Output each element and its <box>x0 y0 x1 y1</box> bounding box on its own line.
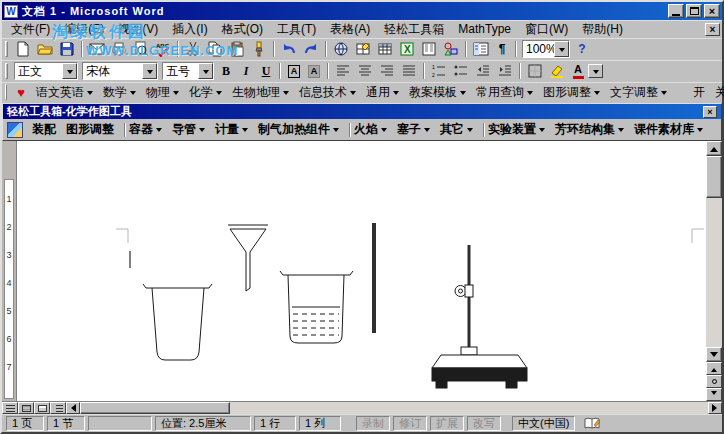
status-indicator[interactable]: 录制 <box>356 416 390 431</box>
insert-excel-button[interactable]: X <box>396 39 418 59</box>
status-indicator[interactable]: 改写 <box>467 416 501 431</box>
normal-view-button[interactable] <box>2 402 18 414</box>
status-indicator[interactable]: 修订 <box>393 416 427 431</box>
subject-button[interactable]: 生物地理 <box>227 83 294 101</box>
increase-indent-button[interactable] <box>494 61 516 81</box>
character-border-button[interactable]: A <box>284 61 304 81</box>
subject-button[interactable]: 文字调整 <box>605 83 672 101</box>
horizontal-scroll-track[interactable] <box>230 402 708 414</box>
minimize-button[interactable] <box>668 4 684 18</box>
toolbox-close-button[interactable]: × <box>703 106 717 118</box>
iron-stand-drawing[interactable] <box>432 245 527 388</box>
menu-item[interactable]: MathType <box>451 21 518 37</box>
toolbox-title-bar[interactable]: 轻松工具箱-化学作图工具 × <box>3 104 721 119</box>
status-indicator[interactable]: 扩展 <box>430 416 464 431</box>
print-layout-view-button[interactable] <box>34 402 50 414</box>
format-painter-button[interactable] <box>248 39 270 59</box>
menu-item[interactable]: 帮助(H) <box>575 20 630 39</box>
toolbar-drag-handle[interactable] <box>5 84 7 100</box>
toolbar-drag-handle[interactable] <box>5 41 8 57</box>
email-button[interactable] <box>86 39 108 59</box>
character-shading-button[interactable]: A <box>304 61 324 81</box>
subject-button[interactable]: 物理 <box>141 83 184 101</box>
toolbox-button[interactable]: 课件素材库 <box>629 121 708 139</box>
toolbox-button[interactable]: 计量 <box>210 121 253 139</box>
scroll-left-button[interactable] <box>66 402 80 414</box>
align-center-button[interactable] <box>354 61 376 81</box>
insert-hyperlink-button[interactable] <box>330 39 352 59</box>
chevron-down-icon[interactable] <box>62 63 77 79</box>
toolbox-button[interactable]: 装配 <box>27 121 61 139</box>
heart-icon-button[interactable]: ♥ <box>11 82 31 102</box>
toolbox-button[interactable]: 芳环结构集 <box>550 121 629 139</box>
subject-button[interactable]: 开 <box>688 83 710 101</box>
beaker-drawing[interactable] <box>143 284 212 360</box>
vertical-scroll-track[interactable] <box>706 198 722 347</box>
insert-table-button[interactable] <box>374 39 396 59</box>
menu-item[interactable]: 插入(I) <box>165 20 214 39</box>
columns-button[interactable] <box>418 39 440 59</box>
redo-button[interactable] <box>300 39 322 59</box>
save-button[interactable] <box>56 39 78 59</box>
toolbox-button[interactable]: 其它 <box>435 121 478 139</box>
decrease-indent-button[interactable] <box>472 61 494 81</box>
print-preview-button[interactable] <box>130 39 152 59</box>
subject-button[interactable]: 教案模板 <box>404 83 471 101</box>
subject-button[interactable]: 常用查询 <box>471 83 538 101</box>
open-button[interactable] <box>34 39 56 59</box>
subject-button[interactable]: 通用 <box>361 83 404 101</box>
chevron-down-icon[interactable] <box>142 63 157 79</box>
toolbox-button[interactable]: 制气加热组件 <box>253 121 344 139</box>
numbering-button[interactable]: 12 <box>428 61 450 81</box>
previous-page-button[interactable] <box>706 362 722 375</box>
align-right-button[interactable] <box>376 61 398 81</box>
menu-item[interactable]: 编辑(E) <box>57 20 111 39</box>
toolbox-button[interactable]: 火焰 <box>349 121 392 139</box>
vertical-ruler[interactable]: 1234567 <box>2 141 17 401</box>
menu-item[interactable]: 格式(O) <box>215 20 270 39</box>
menu-item[interactable]: 表格(A) <box>323 20 377 39</box>
subject-button[interactable]: 化学 <box>184 83 227 101</box>
toolbar-drag-handle[interactable] <box>5 63 8 79</box>
toolbox-button[interactable]: 实验装置 <box>483 121 550 139</box>
menu-item[interactable]: 工具(T) <box>270 20 323 39</box>
web-layout-view-button[interactable] <box>18 402 34 414</box>
highlight-button[interactable] <box>546 61 568 81</box>
outline-view-button[interactable] <box>50 402 66 414</box>
document-map-button[interactable] <box>470 39 492 59</box>
italic-button[interactable]: I <box>236 61 256 81</box>
font-combo[interactable]: 宋体 <box>82 62 158 80</box>
cut-button[interactable] <box>182 39 204 59</box>
bullets-button[interactable] <box>450 61 472 81</box>
new-document-button[interactable] <box>12 39 34 59</box>
document-page[interactable] <box>17 141 706 401</box>
drawing-button[interactable] <box>440 39 462 59</box>
toolbox-button[interactable]: 容器 <box>124 121 167 139</box>
toolbox-button[interactable]: 塞子 <box>392 121 435 139</box>
chevron-down-icon[interactable] <box>554 41 569 57</box>
align-left-button[interactable] <box>332 61 354 81</box>
scroll-right-button[interactable] <box>708 402 722 414</box>
document-close-button[interactable]: × <box>705 23 720 36</box>
font-color-button[interactable]: A <box>568 61 588 81</box>
subject-button[interactable]: 关 <box>710 83 724 101</box>
toolbox-button[interactable]: 导管 <box>167 121 210 139</box>
menu-item[interactable]: 窗口(W) <box>518 20 575 39</box>
close-button[interactable]: × <box>704 4 720 18</box>
align-justify-button[interactable] <box>398 61 420 81</box>
funnel-drawing[interactable] <box>228 225 268 291</box>
bold-button[interactable]: B <box>216 61 236 81</box>
help-button[interactable]: ? <box>572 39 592 59</box>
tables-borders-button[interactable] <box>352 39 374 59</box>
next-page-button[interactable] <box>706 388 722 401</box>
print-button[interactable] <box>108 39 130 59</box>
font-color-dropdown[interactable] <box>588 64 603 78</box>
subject-button[interactable]: 语文英语 <box>31 83 98 101</box>
chevron-down-icon[interactable] <box>198 63 213 79</box>
glass-rod-drawing[interactable] <box>372 223 376 333</box>
subject-button[interactable]: 信息技术 <box>294 83 361 101</box>
scroll-up-button[interactable] <box>706 141 722 156</box>
copy-button[interactable] <box>204 39 226 59</box>
select-browse-object-button[interactable] <box>706 375 722 388</box>
menu-item[interactable]: 视图(V) <box>111 20 165 39</box>
